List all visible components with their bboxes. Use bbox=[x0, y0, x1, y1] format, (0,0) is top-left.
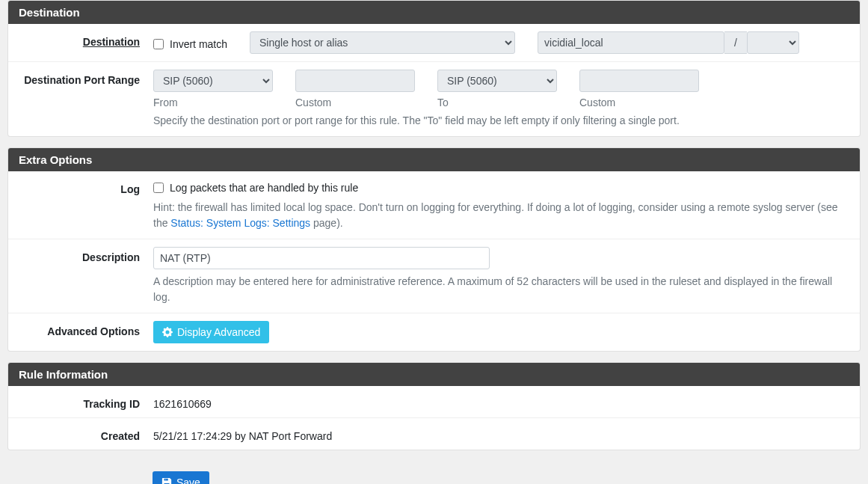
label-tracking-id: Tracking ID bbox=[19, 393, 153, 410]
log-hint: Hint: the firewall has limited local log… bbox=[153, 200, 849, 231]
log-checkbox-wrapper[interactable]: Log packets that are handled by this rul… bbox=[153, 179, 358, 194]
row-tracking-id: Tracking ID 1621610669 bbox=[8, 386, 860, 418]
destination-mask-select[interactable] bbox=[747, 31, 799, 54]
label-destination-port-range: Destination Port Range bbox=[19, 70, 153, 86]
port-from-custom-sublabel: Custom bbox=[295, 97, 415, 108]
save-row: Save bbox=[7, 461, 861, 484]
panel-header-extra: Extra Options bbox=[8, 148, 860, 171]
invert-match-label: Invert match bbox=[170, 38, 227, 50]
port-range-help: Specify the destination port or port ran… bbox=[153, 113, 849, 129]
invert-match-checkbox[interactable] bbox=[153, 39, 164, 49]
row-created: Created 5/21/21 17:24:29 by NAT Port For… bbox=[8, 418, 860, 450]
destination-address-group: / bbox=[538, 31, 799, 54]
row-log: Log Log packets that are handled by this… bbox=[8, 171, 860, 239]
description-help: A description may be entered here for ad… bbox=[153, 274, 849, 305]
panel-destination: Destination Destination Invert match Sin… bbox=[7, 0, 861, 137]
port-to-select[interactable]: SIP (5060) bbox=[437, 70, 557, 92]
row-description: Description A description may be entered… bbox=[8, 239, 860, 313]
syslog-settings-link[interactable]: Status: System Logs: Settings bbox=[170, 217, 310, 229]
created-value: 5/21/21 17:24:29 by NAT Port Forward bbox=[153, 426, 849, 442]
row-destination: Destination Invert match Single host or … bbox=[8, 24, 860, 62]
label-created: Created bbox=[19, 426, 153, 442]
log-checkbox[interactable] bbox=[153, 183, 164, 193]
invert-match-wrapper[interactable]: Invert match bbox=[153, 35, 227, 50]
row-destination-port-range: Destination Port Range SIP (5060) From C… bbox=[8, 62, 860, 136]
port-from-sublabel: From bbox=[153, 97, 273, 108]
port-from-custom-input[interactable] bbox=[295, 70, 415, 92]
port-from-select[interactable]: SIP (5060) bbox=[153, 70, 273, 92]
gear-icon bbox=[162, 327, 173, 337]
panel-rule-information: Rule Information Tracking ID 1621610669 … bbox=[7, 362, 861, 450]
panel-header-rule-info: Rule Information bbox=[8, 363, 860, 386]
port-to-custom-sublabel: Custom bbox=[579, 97, 699, 108]
log-checkbox-label: Log packets that are handled by this rul… bbox=[170, 182, 358, 194]
mask-separator: / bbox=[724, 31, 747, 54]
row-advanced-options: Advanced Options Display Advanced bbox=[8, 313, 860, 351]
destination-type-select[interactable]: Single host or alias bbox=[250, 31, 515, 54]
port-to-sublabel: To bbox=[437, 97, 557, 108]
label-description: Description bbox=[19, 247, 153, 263]
panel-header-destination: Destination bbox=[8, 1, 860, 24]
save-icon bbox=[161, 477, 172, 484]
label-destination: Destination bbox=[19, 31, 153, 48]
port-to-custom-input[interactable] bbox=[579, 70, 699, 92]
label-log: Log bbox=[19, 179, 153, 195]
save-button[interactable]: Save bbox=[153, 471, 209, 484]
label-advanced-options: Advanced Options bbox=[19, 321, 153, 337]
display-advanced-button[interactable]: Display Advanced bbox=[153, 321, 269, 343]
tracking-id-value: 1621610669 bbox=[153, 393, 849, 410]
description-input[interactable] bbox=[153, 247, 490, 269]
panel-extra-options: Extra Options Log Log packets that are h… bbox=[7, 147, 861, 352]
destination-address-input[interactable] bbox=[538, 31, 724, 54]
